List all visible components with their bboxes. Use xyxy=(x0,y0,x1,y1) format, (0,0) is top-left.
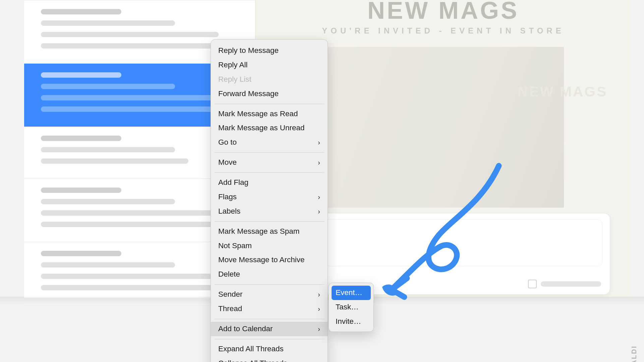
context-menu: Reply to MessageReply AllReply ListForwa… xyxy=(211,39,328,362)
menu-divider xyxy=(214,339,324,339)
submenu-item-task[interactable]: Task… xyxy=(332,300,371,314)
menu-divider xyxy=(214,319,324,319)
chevron-right-icon: › xyxy=(318,289,320,300)
menu-item-label: Delete xyxy=(218,269,240,280)
placeholder-line xyxy=(41,210,219,216)
placeholder-line xyxy=(41,147,175,152)
chevron-right-icon: › xyxy=(318,206,320,217)
placeholder-line xyxy=(41,72,121,78)
placeholder-line xyxy=(41,32,219,37)
menu-item-mark-message-as-spam[interactable]: Mark Message as Spam xyxy=(211,224,328,239)
placeholder-line xyxy=(41,95,219,100)
menu-item-label: Sender xyxy=(218,289,243,300)
placeholder-line xyxy=(41,222,219,227)
menu-item-reply-list: Reply List xyxy=(211,72,328,87)
chevron-right-icon: › xyxy=(318,304,320,314)
menu-item-label: Forward Message xyxy=(218,88,279,100)
menu-divider xyxy=(214,221,324,222)
menu-item-label: Add Flag xyxy=(218,177,248,189)
menu-item-label: Move Message to Archive xyxy=(218,254,305,266)
placeholder-line xyxy=(41,199,175,204)
chevron-right-icon: › xyxy=(318,192,320,202)
menu-item-label: Go to xyxy=(218,137,237,148)
context-submenu: Event…Task…Invite… xyxy=(329,283,374,332)
menu-item-mark-message-as-unread[interactable]: Mark Message as Unread xyxy=(211,121,328,135)
preview-subheading: YOU'RE INVITED - EVENT IN STORE xyxy=(255,26,631,35)
menu-item-add-to-calendar[interactable]: Add to Calendar› xyxy=(211,322,328,336)
menu-item-mark-message-as-read[interactable]: Mark Message as Read xyxy=(211,107,328,121)
menu-item-not-spam[interactable]: Not Spam xyxy=(211,239,328,253)
menu-item-label: Not Spam xyxy=(218,240,252,252)
menu-item-label: Mark Message as Spam xyxy=(218,226,300,237)
menu-divider xyxy=(214,284,324,285)
menu-item-label: Flags xyxy=(218,191,237,203)
menu-item-label: Labels xyxy=(218,206,240,217)
menu-item-add-flag[interactable]: Add Flag xyxy=(211,175,328,190)
menu-item-delete[interactable]: Delete xyxy=(211,267,328,282)
vivaldi-watermark: VIVALDI xyxy=(630,345,638,362)
reply-footer-row xyxy=(528,280,601,288)
placeholder-line xyxy=(41,251,121,256)
placeholder-line xyxy=(41,136,121,141)
menu-item-label: Mark Message as Unread xyxy=(218,122,305,134)
menu-item-expand-all-threads[interactable]: Expand All Threads xyxy=(211,342,328,356)
placeholder-line xyxy=(41,43,219,49)
menu-item-flags[interactable]: Flags› xyxy=(211,190,328,204)
menu-item-thread[interactable]: Thread› xyxy=(211,302,328,316)
submenu-item-invite[interactable]: Invite… xyxy=(332,314,371,329)
chevron-right-icon: › xyxy=(318,324,320,334)
menu-divider xyxy=(214,172,324,173)
menu-item-move-message-to-archive[interactable]: Move Message to Archive xyxy=(211,253,328,267)
placeholder-line xyxy=(41,274,219,279)
submenu-item-event[interactable]: Event… xyxy=(332,286,371,300)
placeholder-line xyxy=(41,106,219,112)
menu-item-reply-all[interactable]: Reply All xyxy=(211,58,328,72)
preview-watermark-text: NEW MAGS xyxy=(518,84,607,100)
menu-item-go-to[interactable]: Go to› xyxy=(211,135,328,150)
menu-item-label: Reply List xyxy=(218,74,251,85)
chevron-right-icon: › xyxy=(318,137,320,148)
placeholder-line xyxy=(41,262,175,268)
menu-divider xyxy=(214,104,324,104)
menu-item-move[interactable]: Move› xyxy=(211,155,328,170)
preview-heading: NEW MAGS xyxy=(255,0,631,24)
menu-item-collapse-all-threads[interactable]: Collapse All Threads xyxy=(211,356,328,362)
menu-item-label: Reply All xyxy=(218,59,248,71)
placeholder-line xyxy=(41,20,175,26)
menu-item-labels[interactable]: Labels› xyxy=(211,204,328,219)
menu-item-label: Thread xyxy=(218,303,242,315)
reply-checkbox[interactable] xyxy=(528,280,537,288)
menu-item-label: Reply to Message xyxy=(218,45,279,57)
menu-item-label: Add to Calendar xyxy=(218,323,273,335)
preview-hero-image xyxy=(323,47,564,208)
placeholder-line xyxy=(41,285,219,290)
vivaldi-watermark-text: VIVALDI xyxy=(630,345,638,362)
menu-divider xyxy=(214,152,324,153)
menu-item-label: Move xyxy=(218,157,237,168)
placeholder-line xyxy=(41,9,121,14)
menu-item-forward-message[interactable]: Forward Message xyxy=(211,87,328,101)
placeholder-line xyxy=(41,188,121,193)
placeholder-line xyxy=(541,281,601,287)
placeholder-line xyxy=(41,84,175,89)
menu-item-label: Expand All Threads xyxy=(218,343,284,355)
menu-item-label: Collapse All Threads xyxy=(218,358,287,362)
menu-item-reply-to-message[interactable]: Reply to Message xyxy=(211,44,328,58)
chevron-right-icon: › xyxy=(318,157,320,168)
menu-item-label: Mark Message as Read xyxy=(218,108,298,120)
menu-item-sender[interactable]: Sender› xyxy=(211,287,328,302)
placeholder-line xyxy=(41,158,188,164)
